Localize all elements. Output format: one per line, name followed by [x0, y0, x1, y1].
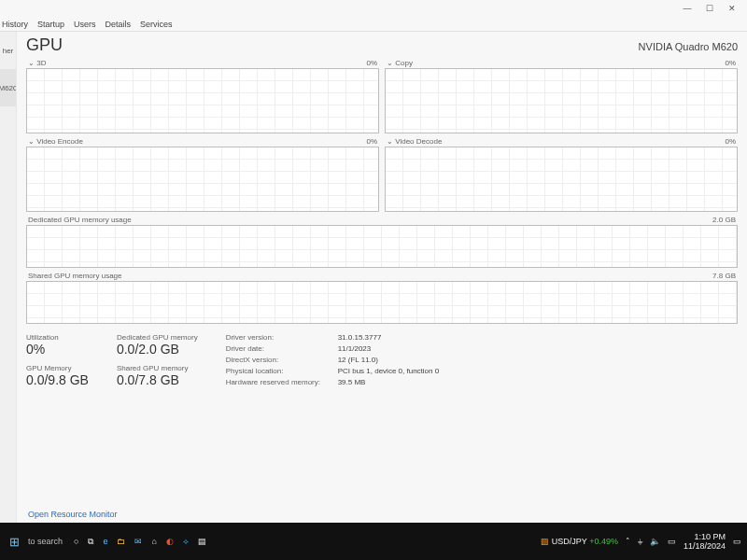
taskbar-time: 1:10 PM — [684, 532, 726, 541]
pane-3d-right: 0% — [366, 59, 377, 67]
sidebar-item-gpu[interactable]: M620 — [0, 69, 16, 106]
stat-shmem-value: 0.0/7.8 GB — [117, 372, 198, 387]
start-button[interactable]: ⊞ — [0, 535, 28, 549]
taskbar-clock[interactable]: 1:10 PM 11/18/2024 — [684, 532, 726, 551]
mail-icon[interactable]: ✉ — [134, 537, 142, 546]
pane-3d: ⌄ 3D 0% — [26, 59, 379, 133]
stat-gpumem-label: GPU Memory — [26, 364, 89, 372]
store-icon[interactable]: ⌂ — [151, 537, 156, 546]
chart-shared-memory — [26, 281, 738, 324]
pane-video-decode: ⌄ Video Decode 0% — [385, 137, 738, 212]
location-val: PCI bus 1, device 0, function 0 — [338, 367, 440, 375]
taskbar-date: 11/18/2024 — [684, 541, 726, 551]
tab-startup[interactable]: Startup — [37, 20, 64, 29]
stat-gpumem-value: 0.0/9.8 GB — [26, 372, 89, 387]
window-titlebar: — ☐ ✕ — [0, 0, 747, 17]
pane-copy-right: 0% — [725, 59, 736, 67]
open-resource-monitor-link[interactable]: Open Resource Monitor — [26, 506, 738, 523]
reserved-val: 39.5 MB — [338, 378, 366, 386]
taskmgr-icon[interactable]: ▤ — [198, 537, 206, 546]
pane-vdec-dropdown-icon[interactable]: ⌄ — [387, 137, 393, 146]
driver-version-key: Driver version: — [226, 333, 338, 342]
tab-bar: History Startup Users Details Services — [0, 17, 747, 32]
pane-vdec-right: 0% — [725, 137, 736, 146]
taskbar-stock[interactable]: ▨ USD/JPY +0.49% — [541, 537, 618, 546]
pane-venc-right: 0% — [366, 137, 377, 146]
reserved-key: Hardware reserved memory: — [226, 378, 338, 386]
directx-key: DirectX version: — [226, 356, 338, 364]
tab-history[interactable]: History — [2, 20, 28, 29]
tab-services[interactable]: Services — [140, 20, 173, 29]
sidebar: her M620 — [0, 32, 17, 523]
taskview-icon[interactable]: ⧉ — [88, 537, 93, 547]
tray-volume-icon[interactable]: 🔈 — [650, 537, 660, 546]
pane-dedmem-right: 2.0 GB — [712, 216, 736, 224]
stat-utilization-label: Utilization — [26, 333, 89, 342]
directx-val: 12 (FL 11.0) — [338, 356, 378, 364]
explorer-icon[interactable]: 🗀 — [117, 537, 125, 546]
stat-dedmem-value: 0.0/2.0 GB — [117, 342, 198, 357]
tab-users[interactable]: Users — [74, 20, 96, 29]
location-key: Physical location: — [226, 367, 338, 375]
tray-battery-icon[interactable]: ▭ — [668, 537, 676, 546]
stat-dedmem-label: Dedicated GPU memory — [117, 333, 198, 342]
pane-shmem-right: 7.8 GB — [712, 272, 736, 280]
page-title: GPU — [26, 35, 63, 55]
driver-date-key: Driver date: — [226, 344, 338, 353]
taskbar-search[interactable]: to search — [28, 537, 63, 546]
pane-shmem-label: Shared GPU memory usage — [28, 272, 122, 280]
pane-copy-dropdown-icon[interactable]: ⌄ — [387, 59, 393, 67]
edge-icon[interactable]: e — [103, 537, 107, 546]
sidebar-item-other[interactable]: her — [0, 32, 16, 69]
minimize-button[interactable]: — — [676, 4, 698, 13]
pane-venc-dropdown-icon[interactable]: ⌄ — [28, 137, 35, 146]
pane-vdec-label: Video Decode — [395, 137, 442, 146]
tab-details[interactable]: Details — [106, 20, 132, 29]
stat-shmem-label: Shared GPU memory — [117, 364, 198, 372]
pane-dedicated-memory: Dedicated GPU memory usage 2.0 GB — [26, 216, 738, 268]
tray-overflow-icon[interactable]: ˄ — [626, 537, 630, 546]
chart-video-decode — [385, 147, 738, 212]
gpu-model: NVIDIA Quadro M620 — [639, 41, 738, 52]
stat-utilization-value: 0% — [26, 342, 89, 357]
tray-wifi-icon[interactable]: ⏚ — [638, 537, 642, 546]
pane-3d-dropdown-icon[interactable]: ⌄ — [28, 59, 35, 67]
chart-dedicated-memory — [26, 225, 738, 268]
pane-shared-memory: Shared GPU memory usage 7.8 GB — [26, 272, 738, 324]
taskbar-stock-label: USD/JPY — [552, 537, 587, 546]
chart-3d — [26, 68, 379, 133]
taskbar: ⊞ to search ○ ⧉ e 🗀 ✉ ⌂ ◐ ⟡ ▤ ▨ USD/JPY … — [0, 523, 747, 560]
pane-venc-label: Video Encode — [36, 137, 83, 146]
notification-icon[interactable]: ▭ — [733, 537, 741, 546]
chart-copy — [385, 68, 738, 133]
vscode-icon[interactable]: ⟡ — [183, 537, 189, 547]
close-button[interactable]: ✕ — [721, 4, 743, 13]
pane-copy-label: Copy — [395, 59, 413, 67]
chrome-icon[interactable]: ◐ — [166, 537, 174, 546]
maximize-button[interactable]: ☐ — [698, 4, 721, 13]
driver-date-val: 11/1/2023 — [338, 344, 372, 353]
cortana-icon[interactable]: ○ — [74, 537, 78, 546]
chart-video-encode — [26, 147, 379, 212]
pane-dedmem-label: Dedicated GPU memory usage — [28, 216, 132, 224]
pane-3d-label: 3D — [36, 59, 46, 67]
pane-copy: ⌄ Copy 0% — [385, 59, 738, 133]
driver-version-val: 31.0.15.3777 — [338, 333, 382, 342]
stats-block: Utilization 0% GPU Memory 0.0/9.8 GB Ded… — [26, 333, 738, 387]
pane-video-encode: ⌄ Video Encode 0% — [26, 137, 379, 212]
taskbar-stock-change: +0.49% — [589, 537, 618, 546]
